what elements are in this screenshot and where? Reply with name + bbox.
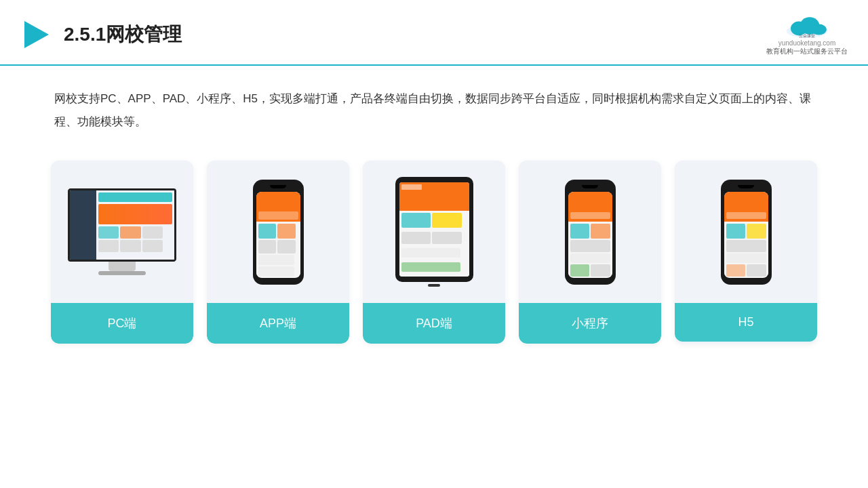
logo-url: yunduoketang.com xyxy=(778,39,836,47)
page-title: 2.5.1网校管理 xyxy=(64,22,182,47)
phone-mockup-app xyxy=(253,180,304,285)
monitor-mockup xyxy=(64,188,180,275)
card-miniprogram-image xyxy=(519,161,661,303)
description-text: 网校支持PC、APP、PAD、小程序、H5，实现多端打通，产品各终端自由切换，数… xyxy=(0,66,868,140)
card-app: APP端 xyxy=(207,161,349,344)
card-miniprogram-label: 小程序 xyxy=(519,303,661,344)
svg-marker-0 xyxy=(24,21,49,48)
logo-area: 云朵课堂 yunduoketang.com 教育机构一站式服务云平台 xyxy=(766,12,848,56)
phone-mockup-h5 xyxy=(721,180,772,285)
svg-text:云朵课堂: 云朵课堂 xyxy=(799,33,815,38)
header: 2.5.1网校管理 云朵课堂 yunduoketang.com 教育机构一站式服… xyxy=(0,0,868,66)
card-app-image xyxy=(207,161,349,303)
card-pad: PAD端 xyxy=(363,161,505,344)
cards-container: PC端 xyxy=(0,140,868,364)
play-icon xyxy=(20,18,53,51)
card-pad-image xyxy=(363,161,505,303)
logo-cloud-icon: 云朵课堂 xyxy=(780,12,834,39)
card-miniprogram: 小程序 xyxy=(519,161,661,344)
tablet-mockup xyxy=(395,177,473,287)
card-pc-label: PC端 xyxy=(51,303,193,344)
card-h5-image xyxy=(675,161,817,303)
card-h5-label: H5 xyxy=(675,303,817,342)
header-left: 2.5.1网校管理 xyxy=(20,18,182,51)
card-pad-label: PAD端 xyxy=(363,303,505,344)
card-pc: PC端 xyxy=(51,161,193,344)
card-pc-image xyxy=(51,161,193,303)
phone-mockup-miniprogram xyxy=(565,180,616,285)
card-app-label: APP端 xyxy=(207,303,349,344)
logo-slogan: 教育机构一站式服务云平台 xyxy=(766,47,848,56)
card-h5: H5 xyxy=(675,161,817,344)
